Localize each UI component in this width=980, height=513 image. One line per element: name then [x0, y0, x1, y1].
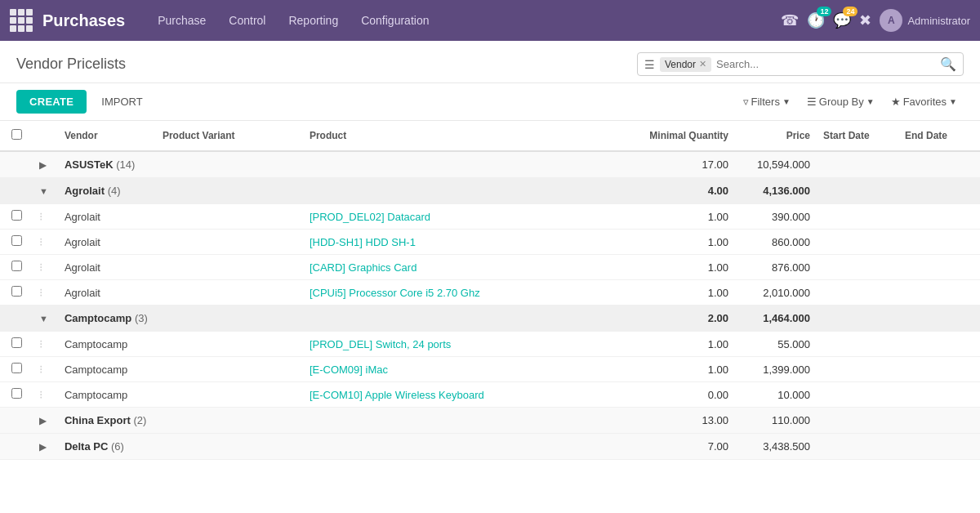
col-end-header: End Date — [898, 121, 980, 151]
group-end — [898, 306, 980, 332]
row-checkbox-cell — [0, 204, 33, 230]
row-product[interactable]: [HDD-SH1] HDD SH-1 — [303, 230, 612, 255]
select-all-checkbox[interactable] — [11, 129, 22, 140]
group-toggle-icon[interactable]: ▶ — [39, 442, 46, 452]
row-price: 10.000 — [735, 382, 817, 408]
nav-purchase[interactable]: Purchase — [148, 9, 216, 32]
row-product[interactable]: [CARD] Graphics Card — [303, 255, 612, 280]
clock-icon-btn[interactable]: 🕐 12 — [807, 11, 825, 29]
app-menu-icon[interactable] — [10, 9, 33, 32]
row-product[interactable]: [CPUi5] Processor Core i5 2.70 Ghz — [303, 280, 612, 306]
group-start — [817, 408, 898, 434]
table-row[interactable]: ⁝ Agrolait [CARD] Graphics Card 1.00 876… — [0, 255, 980, 280]
row-end-date — [898, 255, 980, 280]
search-input[interactable] — [716, 58, 935, 70]
table-row[interactable]: ⁝ Agrolait [CPUi5] Processor Core i5 2.7… — [0, 280, 980, 306]
row-vendor: Camptocamp — [58, 332, 156, 357]
row-min-qty: 1.00 — [612, 255, 735, 280]
nav-configuration[interactable]: Configuration — [351, 9, 439, 32]
vendor-filter-label: Vendor — [665, 59, 696, 70]
user-name: Administrator — [907, 15, 970, 27]
group-row[interactable]: ▼ Camptocamp (3) 2.00 1,464.000 — [0, 306, 980, 332]
row-drag-cell: ⁝ — [33, 255, 58, 280]
drag-handle-icon[interactable]: ⁝ — [39, 261, 42, 274]
group-row[interactable]: ▶ ASUSTeK (14) 17.00 10,594.000 — [0, 151, 980, 178]
group-row[interactable]: ▶ Delta PC (6) 7.00 3,438.500 — [0, 434, 980, 460]
user-menu[interactable]: A Administrator — [880, 9, 970, 32]
col-product-variant-header: Product Variant — [156, 121, 303, 151]
favorites-button[interactable]: ★ Favorites ▼ — [884, 91, 964, 112]
page-title: Vendor Pricelists — [16, 56, 126, 73]
create-button[interactable]: CREATE — [16, 90, 87, 114]
row-start-date — [817, 382, 898, 408]
row-drag-cell: ⁝ — [33, 230, 58, 255]
clock-badge: 12 — [817, 7, 831, 16]
group-toggle-icon[interactable]: ▼ — [39, 314, 48, 323]
group-count: (6) — [111, 440, 124, 453]
drag-handle-icon[interactable]: ⁝ — [39, 235, 42, 248]
drag-handle-icon[interactable]: ⁝ — [39, 210, 42, 223]
group-count: (2) — [133, 414, 146, 426]
drag-handle-icon[interactable]: ⁝ — [39, 388, 42, 401]
col-checkbox — [0, 121, 33, 151]
search-icon[interactable]: 🔍 — [940, 56, 956, 72]
group-price: 4,136.000 — [735, 178, 817, 204]
row-price: 390.000 — [735, 204, 817, 230]
table-row[interactable]: ⁝ Agrolait [HDD-SH1] HDD SH-1 1.00 860.0… — [0, 230, 980, 255]
group-toggle-cell: ▶ — [33, 408, 58, 434]
group-end — [898, 408, 980, 434]
row-checkbox-cell — [0, 255, 33, 280]
remove-vendor-filter[interactable]: ✕ — [699, 59, 706, 69]
group-label: Agrolait — [65, 185, 105, 197]
table-row[interactable]: ⁝ Agrolait [PROD_DEL02] Datacard 1.00 39… — [0, 204, 980, 230]
group-toggle-icon[interactable]: ▶ — [39, 160, 46, 170]
drag-handle-icon[interactable]: ⁝ — [39, 286, 42, 299]
row-checkbox[interactable] — [11, 337, 22, 348]
row-product[interactable]: [PROD_DEL] Switch, 24 ports — [303, 332, 612, 357]
row-checkbox[interactable] — [11, 286, 22, 297]
group-by-label: Group By — [819, 96, 864, 108]
row-checkbox-cell — [0, 230, 33, 255]
group-toggle-icon[interactable]: ▶ — [39, 416, 46, 426]
row-checkbox[interactable] — [11, 261, 22, 271]
group-by-button[interactable]: ☰ Group By ▼ — [800, 91, 881, 112]
table-row[interactable]: ⁝ Camptocamp [PROD_DEL] Switch, 24 ports… — [0, 332, 980, 357]
table-row[interactable]: ⁝ Camptocamp [E-COM10] Apple Wireless Ke… — [0, 382, 980, 408]
group-toggle-icon[interactable]: ▼ — [39, 186, 48, 196]
row-end-date — [898, 230, 980, 255]
table-row[interactable]: ⁝ Camptocamp [E-COM09] iMac 1.00 1,399.0… — [0, 357, 980, 382]
search-vendor-tag[interactable]: Vendor ✕ — [660, 57, 711, 72]
row-min-qty: 1.00 — [612, 280, 735, 306]
group-label: China Export — [65, 414, 131, 426]
table-wrap: Vendor Product Variant Product Minimal Q… — [0, 121, 980, 460]
brand-name[interactable]: Purchases — [42, 11, 125, 30]
group-row[interactable]: ▼ Agrolait (4) 4.00 4,136.000 — [0, 178, 980, 204]
import-button[interactable]: IMPORT — [93, 90, 150, 114]
row-checkbox[interactable] — [11, 363, 22, 373]
row-checkbox[interactable] — [11, 235, 22, 246]
group-row[interactable]: ▶ China Export (2) 13.00 110.000 — [0, 408, 980, 434]
row-price: 2,010.000 — [735, 280, 817, 306]
row-checkbox-cell — [0, 332, 33, 357]
wrench-icon-btn[interactable]: ✖ — [859, 11, 871, 29]
row-product[interactable]: [E-COM09] iMac — [303, 357, 612, 382]
row-product[interactable]: [E-COM10] Apple Wireless Keyboard — [303, 382, 612, 408]
group-end — [898, 434, 980, 460]
row-checkbox[interactable] — [11, 210, 22, 221]
phone-icon-btn[interactable]: ☎ — [781, 11, 799, 29]
drag-handle-icon[interactable]: ⁝ — [39, 337, 42, 350]
chat-icon-btn[interactable]: 💬 24 — [833, 11, 851, 29]
row-end-date — [898, 382, 980, 408]
group-by-icon: ☰ — [807, 96, 817, 108]
row-start-date — [817, 332, 898, 357]
nav-reporting[interactable]: Reporting — [278, 9, 348, 32]
group-checkbox-cell — [0, 306, 33, 332]
row-checkbox[interactable] — [11, 388, 22, 399]
nav-control[interactable]: Control — [219, 9, 275, 32]
row-start-date — [817, 357, 898, 382]
drag-handle-icon[interactable]: ⁝ — [39, 363, 42, 376]
row-min-qty: 1.00 — [612, 357, 735, 382]
filters-button[interactable]: ▿ Filters ▼ — [737, 91, 797, 112]
row-product[interactable]: [PROD_DEL02] Datacard — [303, 204, 612, 230]
group-toggle-cell: ▼ — [33, 178, 58, 204]
